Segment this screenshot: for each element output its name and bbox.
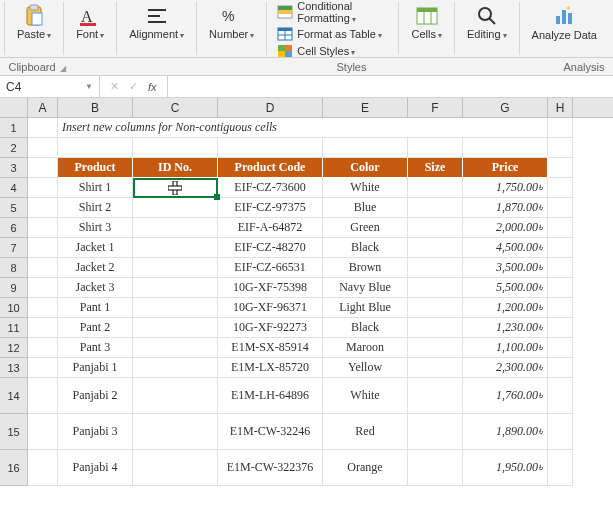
cell[interactable] <box>548 258 573 278</box>
cell-size[interactable] <box>408 238 463 258</box>
column-header[interactable]: B <box>58 98 133 117</box>
cell-product[interactable]: Panjabi 3 <box>58 414 133 450</box>
cell-id[interactable] <box>133 338 218 358</box>
grid-row[interactable]: 5Shirt 2EIF-CZ-97375Blue1,870.00৳ <box>0 198 613 218</box>
cell[interactable] <box>28 138 58 158</box>
grid-row[interactable]: 12Pant 3E1M-SX-85914Maroon1,100.00৳ <box>0 338 613 358</box>
cell-size[interactable] <box>408 198 463 218</box>
cell-product[interactable]: Shirt 2 <box>58 198 133 218</box>
cell-size[interactable] <box>408 378 463 414</box>
table-header[interactable]: Color <box>323 158 408 178</box>
grid-rows[interactable]: 1Insert new columns for Non-contiguous c… <box>0 118 613 486</box>
cell-code[interactable]: EIF-CZ-73600 <box>218 178 323 198</box>
cell[interactable] <box>28 298 58 318</box>
column-headers[interactable]: ABCDEFGH <box>28 98 613 118</box>
cell-product[interactable]: Pant 1 <box>58 298 133 318</box>
cell-product[interactable]: Panjabi 4 <box>58 450 133 486</box>
grid-row[interactable]: 16Panjabi 4E1M-CW-322376Orange1,950.00৳ <box>0 450 613 486</box>
cell[interactable] <box>408 138 463 158</box>
cell-color[interactable]: Black <box>323 318 408 338</box>
paste-button[interactable]: Paste <box>13 2 55 42</box>
cell-product[interactable]: Panjabi 1 <box>58 358 133 378</box>
cell[interactable] <box>548 298 573 318</box>
table-header[interactable]: Size <box>408 158 463 178</box>
analyze-data-button[interactable]: Analyze Data <box>528 2 601 43</box>
conditional-formatting-button[interactable]: Conditional Formatting <box>275 0 390 25</box>
row-header[interactable]: 10 <box>0 298 28 318</box>
row-header[interactable]: 15 <box>0 414 28 450</box>
cell[interactable] <box>548 378 573 414</box>
table-header[interactable]: Product <box>58 158 133 178</box>
worksheet[interactable]: ABCDEFGH 1Insert new columns for Non-con… <box>0 98 613 486</box>
row-header[interactable]: 5 <box>0 198 28 218</box>
cell-size[interactable] <box>408 278 463 298</box>
cell-color[interactable]: White <box>323 178 408 198</box>
grid-row[interactable]: 4Shirt 1EIF-CZ-73600White1,750.00৳ <box>0 178 613 198</box>
cell-id[interactable] <box>133 238 218 258</box>
cell[interactable] <box>548 218 573 238</box>
cell-product[interactable]: Jacket 3 <box>58 278 133 298</box>
cell-price[interactable]: 3,500.00৳ <box>463 258 548 278</box>
cell[interactable] <box>548 238 573 258</box>
grid-row[interactable]: 14Panjabi 2E1M-LH-64896White1,760.00৳ <box>0 378 613 414</box>
cell[interactable] <box>463 138 548 158</box>
cell-code[interactable]: EIF-CZ-97375 <box>218 198 323 218</box>
cell-price[interactable]: 1,200.00৳ <box>463 298 548 318</box>
cell[interactable] <box>548 414 573 450</box>
cell[interactable] <box>133 138 218 158</box>
cell-code[interactable]: E1M-LX-85720 <box>218 358 323 378</box>
cell[interactable] <box>548 338 573 358</box>
cell-code[interactable]: E1M-LH-64896 <box>218 378 323 414</box>
chevron-down-icon[interactable]: ▼ <box>85 82 93 91</box>
cell-code[interactable]: E1M-SX-85914 <box>218 338 323 358</box>
cell[interactable] <box>28 178 58 198</box>
cell[interactable] <box>548 450 573 486</box>
cell[interactable] <box>548 178 573 198</box>
cell[interactable] <box>28 318 58 338</box>
cell-size[interactable] <box>408 338 463 358</box>
cell-price[interactable]: 2,000.00৳ <box>463 218 548 238</box>
cell-id[interactable] <box>133 318 218 338</box>
row-header[interactable]: 11 <box>0 318 28 338</box>
cell[interactable] <box>58 138 133 158</box>
cell-color[interactable]: Black <box>323 238 408 258</box>
cell-code[interactable]: 10G-XF-96371 <box>218 298 323 318</box>
cell-code[interactable]: E1M-CW-322376 <box>218 450 323 486</box>
cell-color[interactable]: Blue <box>323 198 408 218</box>
cell[interactable] <box>28 218 58 238</box>
cell-price[interactable]: 1,750.00৳ <box>463 178 548 198</box>
grid-row[interactable]: 6Shirt 3EIF-A-64872Green2,000.00৳ <box>0 218 613 238</box>
cell-size[interactable] <box>408 178 463 198</box>
cell-product[interactable]: Pant 2 <box>58 318 133 338</box>
row-header[interactable]: 14 <box>0 378 28 414</box>
grid-row[interactable]: 10Pant 110G-XF-96371Light Blue1,200.00৳ <box>0 298 613 318</box>
cell-code[interactable]: EIF-A-64872 <box>218 218 323 238</box>
table-header[interactable]: Product Code <box>218 158 323 178</box>
cell-code[interactable]: 10G-XF-75398 <box>218 278 323 298</box>
cell-id[interactable] <box>133 258 218 278</box>
row-header[interactable]: 8 <box>0 258 28 278</box>
grid-row[interactable]: 2 <box>0 138 613 158</box>
name-box[interactable]: C4 ▼ <box>0 76 100 97</box>
column-header[interactable]: F <box>408 98 463 117</box>
cell-product[interactable]: Shirt 1 <box>58 178 133 198</box>
cell[interactable] <box>218 138 323 158</box>
cell-code[interactable]: 10G-XF-92273 <box>218 318 323 338</box>
table-header[interactable]: Price <box>463 158 548 178</box>
cell-id[interactable] <box>133 450 218 486</box>
cell-id[interactable] <box>133 298 218 318</box>
cell-id[interactable] <box>133 414 218 450</box>
cell[interactable] <box>28 450 58 486</box>
cell[interactable] <box>548 318 573 338</box>
cell-color[interactable]: Maroon <box>323 338 408 358</box>
cell-size[interactable] <box>408 450 463 486</box>
cell[interactable] <box>548 118 573 138</box>
cell[interactable] <box>323 138 408 158</box>
grid-row[interactable]: 11Pant 210G-XF-92273Black1,230.00৳ <box>0 318 613 338</box>
row-header[interactable]: 4 <box>0 178 28 198</box>
cell-price[interactable]: 1,950.00৳ <box>463 450 548 486</box>
grid-row[interactable]: 1Insert new columns for Non-contiguous c… <box>0 118 613 138</box>
row-header[interactable]: 2 <box>0 138 28 158</box>
cells-button[interactable]: Cells <box>407 2 445 42</box>
editing-button[interactable]: Editing <box>463 2 511 42</box>
